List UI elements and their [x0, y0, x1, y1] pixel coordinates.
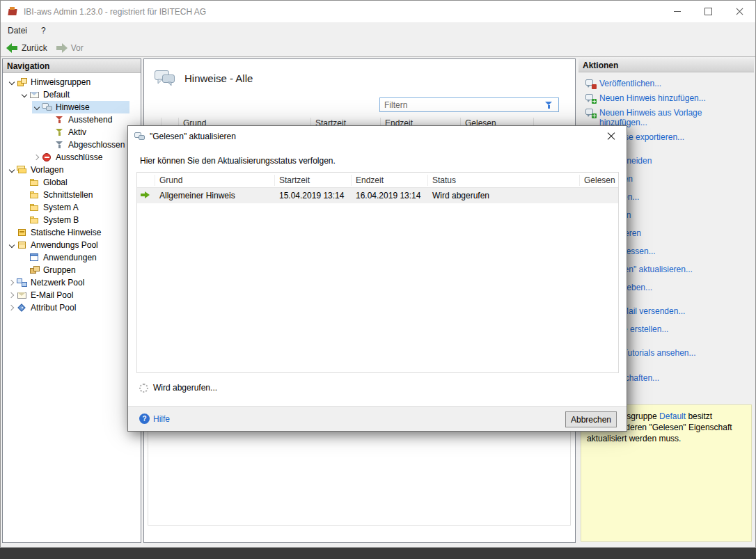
back-button[interactable]: Zurück [6, 43, 47, 53]
window-controls [661, 1, 755, 22]
tree-item-label: E-Mail Pool [28, 290, 76, 300]
folder-icon [29, 190, 40, 200]
dialog-col-grund[interactable]: Grund [155, 175, 275, 186]
chevron-spacer [19, 214, 29, 226]
chevron-down-icon[interactable] [7, 239, 17, 251]
chevron-down-icon[interactable] [32, 101, 42, 113]
tree-item-label: Vorlagen [28, 165, 66, 175]
back-arrow-icon [6, 43, 18, 53]
chevron-down-icon[interactable] [7, 76, 17, 88]
page-title: Hinweise - Alle [184, 72, 253, 84]
action-label: Neuen Hinweis hinzufügen... [599, 93, 706, 103]
chevron-down-icon[interactable] [19, 88, 29, 101]
tree-item-label: Aktiv [65, 127, 89, 137]
tree-item-hinweisgruppen[interactable]: Hinweisgruppen [7, 76, 129, 88]
dialog-footer: Hilfe Abbrechen [128, 406, 627, 431]
filter-box [379, 97, 559, 112]
minimize-button[interactable] [661, 1, 693, 22]
chevron-spacer [19, 189, 29, 201]
dialog-close-button[interactable] [595, 126, 627, 146]
tree-item-e-mail-pool[interactable]: E-Mail Pool [7, 289, 129, 301]
dialog-status: Wird abgerufen... [139, 383, 217, 393]
tree-item-label: Ausschlüsse [53, 152, 105, 162]
tree-item-system-b[interactable]: System B [19, 214, 129, 226]
tree-item-abgeschlossen[interactable]: Abgeschlossen [45, 139, 129, 151]
menubar: Datei ? [1, 22, 755, 39]
tree-item-netzwerk-pool[interactable]: Netzwerk Pool [7, 276, 129, 289]
tree-item-label: Global [40, 178, 70, 187]
dialog-table-row[interactable]: Allgemeiner Hinweis15.04.2019 13:1416.04… [137, 188, 618, 203]
tree-item-anwendungen[interactable]: Anwendungen [19, 251, 129, 264]
dialog-cell-3: Wird abgerufen [428, 191, 580, 200]
tree-item-attribut-pool[interactable]: Attribut Pool [7, 301, 129, 314]
filter-input[interactable] [380, 100, 544, 110]
tree-item-label: Statische Hinweise [28, 228, 104, 237]
tree-item-label: Default [40, 90, 72, 100]
tree-item-vorlagen[interactable]: Vorlagen [7, 164, 129, 176]
cancel-button[interactable]: Abbrechen [565, 411, 617, 427]
chevron-spacer [45, 126, 54, 139]
menu-help[interactable]: ? [34, 23, 53, 38]
dialog-col-endzeit[interactable]: Endzeit [352, 175, 428, 186]
apps-icon [29, 253, 40, 262]
dialog-col-status[interactable]: Status [428, 175, 580, 186]
tree-item-statische-hinweise[interactable]: Statische Hinweise [7, 226, 129, 239]
green-arrow-icon [140, 191, 151, 199]
help-link[interactable]: Hilfe [139, 414, 170, 424]
plus-overlay-icon [592, 113, 597, 118]
tree-item-label: Hinweise [53, 102, 93, 112]
window-title: IBI-aws Admin 1.23.0 - registriert für I… [24, 7, 206, 17]
dialog-col-icon[interactable] [137, 175, 155, 186]
tree-item-label: Anwendungen [40, 253, 100, 262]
chevron-right-icon[interactable] [7, 276, 17, 289]
maximize-button[interactable] [693, 1, 724, 22]
tree-item-system-a[interactable]: System A [19, 201, 129, 214]
close-button[interactable] [724, 1, 755, 22]
chevron-spacer [19, 176, 29, 189]
action-neuen-hinweis-hinzufuegen[interactable]: Neuen Hinweis hinzufügen... [585, 93, 748, 103]
main-title-row: Hinweise - Alle [154, 69, 253, 88]
row-status-cell [137, 191, 155, 201]
dialog-titlebar: "Gelesen" aktualisieren [128, 126, 627, 147]
spinner-icon [139, 384, 148, 393]
action-veroeffentlichen[interactable]: Veröffentlichen... [585, 79, 748, 88]
chevron-right-icon[interactable] [7, 289, 17, 301]
notes-icon [42, 102, 53, 112]
tree-item-schnittstellen[interactable]: Schnittstellen [19, 189, 129, 201]
actions-header: Aktionen [578, 58, 754, 72]
chevron-spacer [45, 113, 54, 126]
tree-item-label: Hinweisgruppen [28, 77, 93, 87]
exclusion-icon [42, 152, 53, 162]
action-neuen-hinweis-aus-vorlage-hinzufuegen[interactable]: Neuen Hinweis aus Vorlage hinzufügen... [585, 108, 748, 127]
chevron-down-icon[interactable] [7, 164, 17, 176]
add-note-template-icon [585, 108, 596, 118]
forward-label: Vor [71, 43, 84, 53]
tree-item-gruppen[interactable]: Gruppen [19, 264, 129, 276]
folder-icon [29, 178, 40, 187]
tree-item-ausstehend[interactable]: Ausstehend [45, 113, 129, 126]
tree-item-ausschluesse[interactable]: Ausschlüsse [32, 151, 129, 164]
forward-arrow-icon [56, 43, 68, 53]
tree-item-aktiv[interactable]: Aktiv [45, 126, 129, 139]
add-note-icon [585, 93, 596, 103]
chevron-right-icon[interactable] [7, 301, 17, 314]
tree-item-hinweise[interactable]: Hinweise [32, 101, 129, 113]
menu-datei[interactable]: Datei [1, 23, 34, 38]
static-icon [17, 228, 28, 237]
info-default-link[interactable]: Default [659, 411, 686, 421]
funnel-pending-icon [54, 115, 65, 125]
filter-funnel-icon[interactable] [544, 100, 555, 110]
forward-button[interactable]: Vor [56, 43, 84, 53]
dialog-col-gelesen[interactable]: Gelesen [580, 175, 618, 186]
chevron-right-icon[interactable] [32, 151, 42, 164]
tree-item-label: Abgeschlossen [65, 140, 127, 150]
funnel-done-icon [54, 140, 65, 150]
chevron-spacer [7, 226, 17, 239]
tree-item-global[interactable]: Global [19, 176, 129, 189]
back-label: Zurück [22, 43, 47, 53]
dialog-description: Hier können Sie den Aktualisierungsstatu… [140, 156, 336, 166]
tree-item-anwendungs-pool[interactable]: Anwendungs Pool [7, 239, 129, 251]
dialog-col-startzeit[interactable]: Startzeit [275, 175, 352, 186]
app-logo-icon [7, 6, 18, 17]
tree-item-default[interactable]: Default [19, 88, 129, 101]
